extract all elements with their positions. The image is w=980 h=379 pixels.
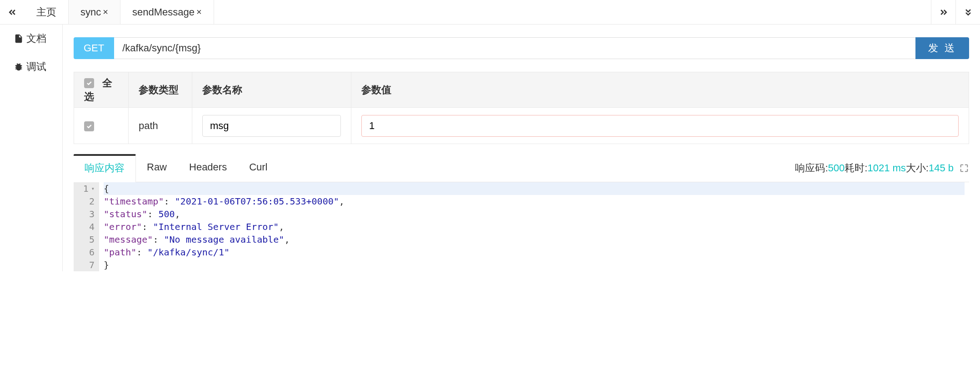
table-row: path — [74, 108, 969, 144]
send-button[interactable]: 发 送 — [915, 37, 969, 59]
fullscreen-icon[interactable] — [959, 163, 969, 173]
sidebar-item-label: 调试 — [26, 60, 46, 74]
response-time-label: 耗时: — [845, 161, 867, 175]
tab-home[interactable]: 主页 — [25, 0, 69, 24]
tab-home-label: 主页 — [36, 5, 56, 19]
code-line: "timestamp": "2021-01-06T07:56:05.533+00… — [104, 195, 965, 208]
close-icon[interactable]: × — [196, 7, 202, 17]
fold-icon[interactable]: ▾ — [91, 185, 95, 193]
response-tab-headers[interactable]: Headers — [178, 154, 238, 182]
code-line: "error": "Internal Server Error", — [104, 220, 965, 233]
sidebar-item-docs[interactable]: 文档 — [0, 25, 62, 53]
code-gutter: 1▾ 2 3 4 5 6 7 — [74, 182, 99, 271]
response-meta: 响应码: 500 耗时: 1021 ms 大小: 145 b — [795, 161, 969, 175]
param-name-input[interactable] — [202, 115, 341, 137]
sidebar: 文档 调试 — [0, 25, 63, 271]
code-content: { "timestamp": "2021-01-06T07:56:05.533+… — [99, 182, 969, 271]
request-bar: GET /kafka/sync/{msg} 发 送 — [74, 37, 969, 59]
response-code-value: 500 — [828, 162, 845, 174]
response-tabs: 响应内容 Raw Headers Curl — [74, 154, 279, 182]
response-tab-body[interactable]: 响应内容 — [74, 154, 136, 182]
code-line: "message": "No message available", — [104, 233, 965, 246]
column-param-type: 参数类型 — [129, 72, 192, 108]
tabs-collapse-icon[interactable] — [955, 0, 980, 24]
checkbox-select-all-icon[interactable] — [84, 78, 94, 88]
checkbox-row-icon[interactable] — [84, 121, 94, 131]
response-size-value: 145 b — [929, 162, 954, 174]
close-icon[interactable]: × — [103, 7, 108, 17]
column-select-all[interactable]: 全选 — [74, 72, 129, 108]
tab-sync[interactable]: sync × — [69, 0, 120, 24]
code-line: "status": 500, — [104, 208, 965, 220]
response-code-label: 响应码: — [795, 161, 828, 175]
tabs-scroll-left-icon[interactable] — [0, 8, 25, 17]
response-size-label: 大小: — [906, 161, 929, 175]
column-param-value: 参数值 — [351, 72, 969, 108]
request-url-input[interactable]: /kafka/sync/{msg} — [114, 37, 915, 59]
code-line: "path": "/kafka/sync/1" — [104, 246, 965, 259]
response-header: 响应内容 Raw Headers Curl 响应码: 500 耗时: 1021 … — [74, 154, 969, 182]
tab-label: sync — [80, 6, 101, 18]
document-icon — [14, 34, 24, 44]
param-type-cell: path — [129, 108, 192, 144]
bug-icon — [14, 62, 24, 72]
param-value-input[interactable] — [361, 115, 959, 137]
tabs-scroll-right-icon[interactable] — [931, 0, 955, 24]
http-method-badge[interactable]: GET — [74, 37, 114, 59]
code-line: } — [104, 259, 965, 271]
params-table: 全选 参数类型 参数名称 参数值 path — [74, 72, 969, 144]
response-tab-curl[interactable]: Curl — [238, 154, 279, 182]
code-line: { — [104, 182, 965, 195]
tab-sendmessage[interactable]: sendMessage × — [120, 0, 214, 24]
main-panel: GET /kafka/sync/{msg} 发 送 全选 参数类型 参数名称 参… — [63, 25, 980, 271]
sidebar-item-debug[interactable]: 调试 — [0, 53, 62, 81]
response-body-viewer[interactable]: 1▾ 2 3 4 5 6 7 { "timestamp": "2021-01-0… — [74, 182, 969, 271]
sidebar-item-label: 文档 — [26, 32, 46, 45]
response-time-value: 1021 ms — [867, 162, 905, 174]
top-tab-bar: 主页 sync × sendMessage × — [0, 0, 980, 25]
tab-label: sendMessage — [132, 6, 195, 18]
response-tab-raw[interactable]: Raw — [136, 154, 178, 182]
column-param-name: 参数名称 — [192, 72, 351, 108]
